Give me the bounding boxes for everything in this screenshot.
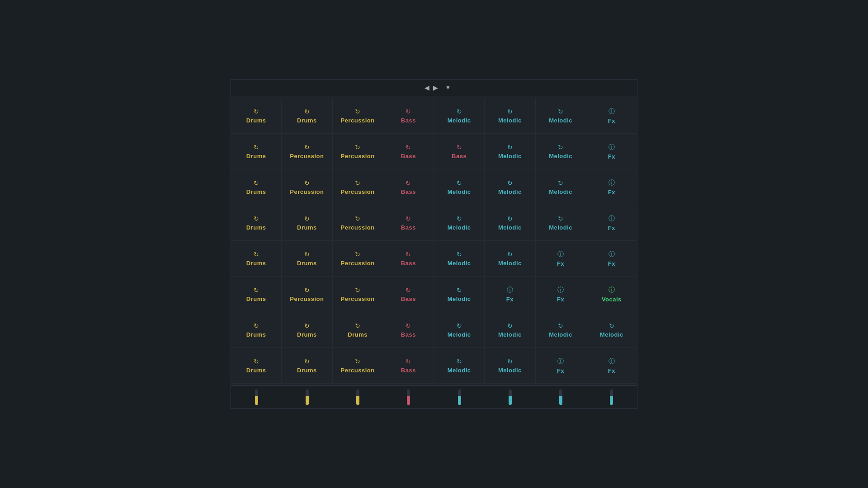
grid-cell-3-4[interactable]: ↻Melodic [434, 205, 485, 240]
grid-cell-3-0[interactable]: ↻Drums [231, 205, 282, 240]
grid-cell-4-3[interactable]: ↻Bass [383, 241, 434, 276]
grid-cell-5-6[interactable]: ⓘFx [536, 277, 586, 312]
grid-cell-4-7[interactable]: ⓘFx [586, 241, 637, 276]
grid-cell-7-4[interactable]: ↻Melodic [434, 348, 485, 383]
grid-cell-7-5[interactable]: ↻Melodic [485, 348, 535, 383]
grid-cell-5-7[interactable]: ⓘVocals [586, 277, 637, 312]
cell-label: Melodic [448, 331, 471, 338]
grid-cell-6-2[interactable]: ↻Drums [333, 312, 383, 347]
volume-slider[interactable] [559, 389, 562, 405]
grid-cell-7-6[interactable]: ⓘFx [536, 348, 586, 383]
footer-cell-0[interactable] [231, 389, 282, 405]
grid-cell-6-3[interactable]: ↻Bass [383, 312, 434, 347]
grid-cell-7-2[interactable]: ↻Percussion [333, 348, 383, 383]
grid-cell-7-1[interactable]: ↻Drums [282, 348, 332, 383]
grid-cell-3-3[interactable]: ↻Bass [383, 205, 434, 240]
footer-cell-3[interactable] [383, 389, 434, 405]
cell-label: Fx [608, 225, 615, 231]
cell-label: Drums [246, 224, 266, 231]
grid-cell-0-1[interactable]: ↻Drums [282, 98, 332, 133]
grid-cell-1-5[interactable]: ↻Melodic [485, 134, 535, 169]
grid-cell-3-6[interactable]: ↻Melodic [536, 205, 586, 240]
grid-cell-0-5[interactable]: ↻Melodic [485, 98, 535, 133]
grid-row-6: ↻Drums↻Drums↻Drums↻Bass↻Melodic↻Melodic↻… [231, 312, 637, 348]
grid-cell-1-7[interactable]: ⓘFx [586, 134, 637, 169]
grid-cell-6-5[interactable]: ↻Melodic [485, 312, 535, 347]
grid-cell-4-2[interactable]: ↻Percussion [333, 241, 383, 276]
volume-slider[interactable] [610, 389, 613, 405]
footer-cell-4[interactable] [434, 389, 485, 405]
footer-cell-1[interactable] [282, 389, 332, 405]
grid-cell-2-0[interactable]: ↻Drums [231, 169, 282, 205]
grid-cell-4-6[interactable]: ⓘFx [536, 241, 586, 276]
grid-cell-1-3[interactable]: ↻Bass [383, 134, 434, 169]
grid-cell-0-6[interactable]: ↻Melodic [536, 98, 586, 133]
info-icon: ⓘ [557, 286, 564, 294]
grid-cell-6-7[interactable]: ↻Melodic [586, 312, 637, 347]
info-icon: ⓘ [609, 108, 615, 116]
volume-slider[interactable] [407, 389, 410, 405]
grid-cell-1-2[interactable]: ↻Percussion [333, 134, 383, 169]
grid-cell-2-1[interactable]: ↻Percussion [282, 169, 332, 205]
grid-cell-1-6[interactable]: ↻Melodic [536, 134, 586, 169]
grid-cell-6-4[interactable]: ↻Melodic [434, 312, 485, 347]
grid-cell-1-1[interactable]: ↻Percussion [282, 134, 332, 169]
grid-cell-5-3[interactable]: ↻Bass [383, 277, 434, 312]
grid-cell-3-5[interactable]: ↻Melodic [485, 205, 535, 240]
grid-cell-5-1[interactable]: ↻Percussion [282, 277, 332, 312]
cell-label: Bass [401, 153, 416, 160]
next-preset-button[interactable]: ▶ [433, 84, 438, 91]
preset-dropdown-button[interactable]: ▼ [445, 84, 451, 91]
grid-cell-1-4[interactable]: ↻Bass [434, 134, 485, 169]
refresh-icon: ↻ [457, 108, 462, 115]
grid-cell-1-0[interactable]: ↻Drums [231, 134, 282, 169]
refresh-icon: ↻ [507, 251, 513, 258]
grid-cell-0-2[interactable]: ↻Percussion [333, 98, 383, 133]
refresh-icon: ↻ [304, 144, 310, 151]
grid-cell-4-1[interactable]: ↻Drums [282, 241, 332, 276]
grid-cell-0-7[interactable]: ⓘFx [586, 98, 637, 133]
footer-cell-7[interactable] [586, 389, 637, 405]
grid-cell-3-1[interactable]: ↻Drums [282, 205, 332, 240]
info-icon: ⓘ [557, 357, 564, 366]
grid-cell-2-2[interactable]: ↻Percussion [333, 169, 383, 205]
volume-slider[interactable] [306, 389, 309, 405]
grid-cell-5-5[interactable]: ⓘFx [485, 277, 535, 312]
grid-cell-4-0[interactable]: ↻Drums [231, 241, 282, 276]
grid-cell-6-6[interactable]: ↻Melodic [536, 312, 586, 347]
grid-cell-0-0[interactable]: ↻Drums [231, 98, 282, 133]
grid-cell-7-3[interactable]: ↻Bass [383, 348, 434, 383]
grid-cell-5-0[interactable]: ↻Drums [231, 277, 282, 312]
volume-slider[interactable] [509, 389, 512, 405]
grid-cell-2-7[interactable]: ⓘFx [586, 169, 637, 205]
grid-cell-5-2[interactable]: ↻Percussion [333, 277, 383, 312]
grid-cell-0-4[interactable]: ↻Melodic [434, 98, 485, 133]
cell-label: Melodic [448, 224, 471, 231]
grid-cell-0-3[interactable]: ↻Bass [383, 98, 434, 133]
grid-cell-3-7[interactable]: ⓘFx [586, 205, 637, 240]
grid-cell-4-4[interactable]: ↻Melodic [434, 241, 485, 276]
grid-cell-5-4[interactable]: ↻Melodic [434, 277, 485, 312]
grid-row-2: ↻Drums↻Percussion↻Percussion↻Bass↻Melodi… [231, 169, 637, 205]
grid-cell-6-1[interactable]: ↻Drums [282, 312, 332, 347]
refresh-icon: ↻ [355, 251, 360, 258]
volume-slider[interactable] [458, 389, 461, 405]
grid-cell-2-4[interactable]: ↻Melodic [434, 169, 485, 205]
volume-slider[interactable] [255, 389, 258, 405]
grid-cell-7-0[interactable]: ↻Drums [231, 348, 282, 383]
cell-label: Drums [246, 153, 266, 160]
grid-cell-2-6[interactable]: ↻Melodic [536, 169, 586, 205]
grid-cell-7-7[interactable]: ⓘFx [586, 348, 637, 383]
refresh-icon: ↻ [254, 108, 259, 115]
grid-cell-4-5[interactable]: ↻Melodic [485, 241, 535, 276]
footer-cell-5[interactable] [485, 389, 535, 405]
grid-cell-2-5[interactable]: ↻Melodic [485, 169, 535, 205]
grid-cell-6-0[interactable]: ↻Drums [231, 312, 282, 347]
grid-cell-3-2[interactable]: ↻Percussion [333, 205, 383, 240]
footer-cell-2[interactable] [333, 389, 383, 405]
refresh-icon: ↻ [355, 215, 360, 222]
footer-cell-6[interactable] [536, 389, 586, 405]
volume-slider[interactable] [356, 389, 359, 405]
prev-preset-button[interactable]: ◀ [425, 84, 429, 91]
grid-cell-2-3[interactable]: ↻Bass [383, 169, 434, 205]
